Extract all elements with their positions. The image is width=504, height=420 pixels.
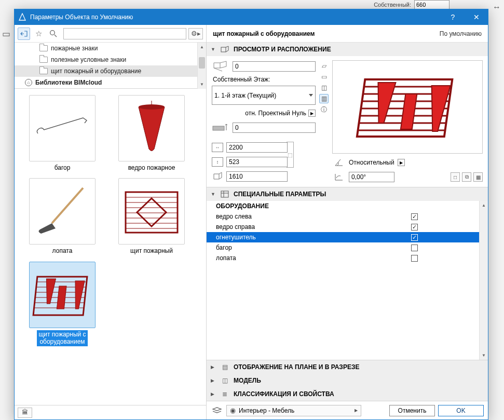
cancel-button[interactable]: Отменить xyxy=(389,405,435,416)
svg-rect-21 xyxy=(213,126,224,130)
section-title: ПРОСМОТР И РАСПОЛОЖЕНИЕ xyxy=(234,46,331,53)
left-toolbar: ☆ ⚙▸ xyxy=(15,25,206,43)
settings-button[interactable]: ⚙▸ xyxy=(188,28,203,39)
elevation-icon xyxy=(212,61,229,72)
own-story-label: Собственный Этаж: xyxy=(213,76,316,83)
section-title: КЛАССИФИКАЦИЯ И СВОЙСТВА xyxy=(234,390,334,398)
svg-rect-31 xyxy=(221,191,228,197)
section-header-model[interactable]: ▶◫МОДЕЛЬ xyxy=(207,374,488,387)
gallery-item[interactable]: лопата xyxy=(21,178,104,255)
param-checkbox[interactable]: ✓ xyxy=(411,213,418,220)
gallery-item-label: лопата xyxy=(51,247,74,255)
tree-item-label: щит пожарный и оборудование xyxy=(51,67,141,75)
story-select[interactable]: 1. 1-й этаж (Текущий) xyxy=(212,86,316,105)
preview-mode-front-icon[interactable]: ▥ xyxy=(319,94,329,103)
close-button[interactable]: ✕ xyxy=(465,9,488,25)
search-input[interactable] xyxy=(63,28,186,39)
gallery-item[interactable]: ведро пожарное xyxy=(110,95,193,172)
preview-mode-info-icon[interactable]: ⓘ xyxy=(319,105,329,114)
param-checkbox[interactable] xyxy=(411,245,418,251)
param-group[interactable]: ОБОРУДОВАНИЕ xyxy=(207,201,479,211)
scroll-down-icon[interactable]: ▼ xyxy=(480,351,488,360)
link-dims-button[interactable]: ⬚ xyxy=(287,142,294,168)
folder-icon xyxy=(39,68,48,74)
preview-mode-iso-icon[interactable]: ▱ xyxy=(319,61,329,71)
gallery-item-selected[interactable]: щит пожарный соборудованием xyxy=(21,262,104,346)
param-name: лопата xyxy=(216,254,407,262)
gallery-item[interactable]: щит пожарный xyxy=(110,178,193,255)
scroll-down-icon[interactable]: ▼ xyxy=(198,80,206,89)
param-row[interactable]: ведро слева✓ xyxy=(207,211,479,222)
tree-item-selected[interactable]: щит пожарный и оборудование xyxy=(15,65,206,77)
browse-mode-button[interactable] xyxy=(18,28,30,40)
section-header-class[interactable]: ▶≣КЛАССИФИКАЦИЯ И СВОЙСТВА xyxy=(207,387,488,401)
angle-icon xyxy=(332,157,346,168)
gallery-item[interactable]: багор xyxy=(21,95,104,172)
section-icon: ≣ xyxy=(220,390,229,398)
bg-arrows-icon: ↔ xyxy=(493,3,501,12)
svg-rect-20 xyxy=(221,47,226,52)
layer-name: Интерьер - Мебель xyxy=(239,407,294,414)
height-input[interactable] xyxy=(226,171,288,182)
params-scrollbar[interactable]: ▲ ▼ xyxy=(479,201,488,360)
param-row[interactable]: ведро справа✓ xyxy=(207,222,479,232)
relative-label: Относительный xyxy=(349,159,394,166)
bg-book-icon: ▭ xyxy=(1,29,11,39)
caret-right-icon: ▶ xyxy=(211,391,216,397)
section-header-params[interactable]: ▼ СПЕЦИАЛЬНЫЕ ПАРАМЕТРЫ xyxy=(207,187,488,201)
folder-icon xyxy=(39,45,48,51)
gallery-item-label: ведро пожарное xyxy=(127,164,177,172)
proj-zero-label: отн. Проектный Нуль xyxy=(245,110,306,117)
tree-item-library[interactable]: ⌂Библиотеки BIMcloud xyxy=(15,77,206,88)
base-elev-icon xyxy=(212,122,229,133)
relative-flyout[interactable]: ▶ xyxy=(398,159,405,166)
section-icon: ◫ xyxy=(220,376,229,385)
param-name: ведро слева xyxy=(216,213,407,220)
preview-mode-3d-icon[interactable]: ◫ xyxy=(319,83,329,92)
angle-input[interactable] xyxy=(349,172,394,182)
svg-rect-30 xyxy=(401,94,417,129)
param-row-selected[interactable]: огнетушитель✓ xyxy=(207,232,479,242)
mirror-xy-button[interactable]: ▦ xyxy=(473,172,483,182)
section-header-plan[interactable]: ▶▤ОТОБРАЖЕНИЕ НА ПЛАНЕ И В РАЗРЕЗЕ xyxy=(207,360,488,374)
dialog-title: Параметры Объекта по Умолчанию xyxy=(30,13,441,21)
mirror-x-button[interactable]: ⧉ xyxy=(462,172,471,182)
preview-canvas[interactable] xyxy=(332,60,483,154)
object-settings-dialog: Параметры Объекта по Умолчанию ? ✕ ☆ ⚙▸ … xyxy=(14,9,488,420)
param-row[interactable]: багор xyxy=(207,242,479,253)
caret-right-icon: ▶ xyxy=(211,364,216,370)
proj-zero-flyout[interactable]: ▶ xyxy=(308,110,316,117)
scroll-up-icon[interactable]: ▲ xyxy=(198,43,206,51)
preview-mode-bar: ▱ ▭ ◫ ▥ ⓘ xyxy=(319,60,329,183)
depth-input[interactable] xyxy=(226,157,288,167)
section-header-preview[interactable]: ▼ ПРОСМОТР И РАСПОЛОЖЕНИЕ xyxy=(207,43,488,56)
tree-item-label: Библиотеки BIMcloud xyxy=(35,79,102,86)
tree-item[interactable]: пожарные знаки xyxy=(15,43,206,54)
layer-select[interactable]: ◉ Интерьер - Мебель ▶ xyxy=(226,405,361,416)
param-checkbox[interactable]: ✓ xyxy=(411,224,418,231)
params-list: ОБОРУДОВАНИЕ ведро слева✓ ведро справа✓ … xyxy=(207,201,479,360)
tree-scrollbar[interactable]: ▲ ▼ xyxy=(197,43,206,89)
titlebar: Параметры Объекта по Умолчанию ? ✕ xyxy=(15,9,488,25)
svg-rect-19 xyxy=(57,286,66,309)
scroll-up-icon[interactable]: ▲ xyxy=(480,201,488,210)
param-row[interactable]: лопата xyxy=(207,253,479,263)
library-manager-button[interactable]: 🏛︎ xyxy=(18,408,32,418)
default-label[interactable]: По умолчанию xyxy=(440,30,482,37)
param-checkbox[interactable]: ✓ xyxy=(411,234,418,241)
ok-button[interactable]: OK xyxy=(438,405,484,416)
preview-mode-plan-icon[interactable]: ▭ xyxy=(319,72,329,82)
gallery-item-label: багор xyxy=(53,164,72,172)
mirror-none-button[interactable]: □ xyxy=(451,172,460,182)
scroll-thumb[interactable] xyxy=(199,57,205,69)
tree-item[interactable]: полезные условные знаки xyxy=(15,54,206,65)
favorites-button[interactable]: ☆ xyxy=(32,28,45,40)
help-button[interactable]: ? xyxy=(441,9,465,25)
base-elev-input[interactable] xyxy=(233,123,316,133)
search-button[interactable] xyxy=(47,28,59,40)
svg-point-0 xyxy=(50,31,55,35)
param-checkbox[interactable] xyxy=(411,255,418,262)
width-input[interactable] xyxy=(226,142,288,153)
bg-own-input[interactable] xyxy=(414,0,449,9)
top-elev-input[interactable] xyxy=(233,61,316,72)
